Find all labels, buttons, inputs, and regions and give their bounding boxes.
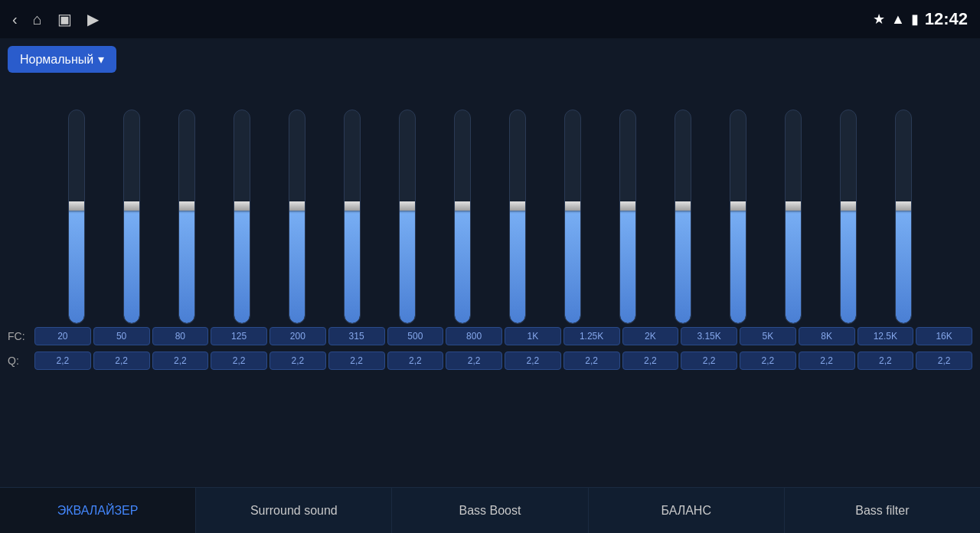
slider-fill-2	[179, 206, 194, 323]
fc-cell-3[interactable]: 125	[211, 327, 267, 345]
slider-col-12	[710, 110, 766, 324]
slider-track-7[interactable]	[454, 110, 471, 324]
eq-sliders-area	[8, 79, 972, 324]
slider-track-wrap-3	[225, 110, 259, 324]
fc-cell-10[interactable]: 2K	[622, 327, 679, 345]
slider-fill-3	[234, 206, 250, 323]
slider-fill-10	[620, 206, 635, 323]
q-cell-9[interactable]: 2,2	[564, 352, 620, 370]
q-cell-4[interactable]: 2,2	[270, 352, 326, 370]
q-cells: 2,22,22,22,22,22,22,22,22,22,22,22,22,22…	[34, 352, 972, 370]
fc-cell-14[interactable]: 12.5K	[858, 327, 914, 345]
slider-track-0[interactable]	[68, 110, 85, 324]
q-cell-0[interactable]: 2,2	[34, 352, 91, 370]
slider-thumb-12[interactable]	[730, 201, 746, 211]
q-cell-10[interactable]: 2,2	[622, 352, 679, 370]
fc-cell-7[interactable]: 800	[446, 327, 502, 345]
slider-thumb-2[interactable]	[178, 201, 195, 211]
fc-row: FC: 2050801252003155008001K1.25K2K3.15K5…	[8, 324, 972, 348]
slider-thumb-14[interactable]	[840, 201, 857, 211]
slider-col-10	[600, 110, 655, 324]
slider-track-3[interactable]	[234, 110, 250, 324]
play-icon[interactable]: ▶	[87, 10, 99, 28]
slider-track-10[interactable]	[619, 110, 636, 324]
q-cell-8[interactable]: 2,2	[505, 352, 561, 370]
q-cell-6[interactable]: 2,2	[387, 352, 444, 370]
window-icon[interactable]: ▣	[57, 10, 72, 28]
fc-cell-4[interactable]: 200	[270, 327, 326, 345]
fc-cell-0[interactable]: 20	[34, 327, 91, 345]
preset-label: Нормальный	[20, 53, 93, 67]
slider-track-6[interactable]	[399, 110, 416, 324]
slider-track-13[interactable]	[785, 110, 802, 324]
slider-thumb-8[interactable]	[509, 201, 526, 211]
slider-track-wrap-1	[115, 110, 149, 324]
fc-cell-11[interactable]: 3.15K	[681, 327, 737, 345]
fc-cell-13[interactable]: 8K	[799, 327, 855, 345]
fc-cell-9[interactable]: 1.25K	[564, 327, 620, 345]
slider-track-wrap-4	[280, 110, 314, 324]
fc-cell-6[interactable]: 500	[387, 327, 444, 345]
fc-cell-1[interactable]: 50	[93, 327, 150, 345]
preset-button[interactable]: Нормальный ▾	[8, 46, 116, 73]
slider-thumb-15[interactable]	[895, 201, 912, 211]
slider-thumb-5[interactable]	[344, 201, 361, 211]
q-cell-2[interactable]: 2,2	[152, 352, 209, 370]
tab-bass[interactable]: Bass Boost	[392, 488, 588, 533]
slider-thumb-7[interactable]	[454, 201, 471, 211]
q-cell-5[interactable]: 2,2	[328, 352, 385, 370]
slider-track-9[interactable]	[564, 110, 581, 324]
slider-fill-8	[510, 206, 525, 323]
fc-cell-8[interactable]: 1K	[505, 327, 561, 345]
q-cell-1[interactable]: 2,2	[93, 352, 150, 370]
slider-track-8[interactable]	[509, 110, 526, 324]
slider-thumb-1[interactable]	[123, 201, 140, 211]
slider-thumb-3[interactable]	[234, 201, 250, 211]
slider-fill-12	[730, 206, 746, 323]
slider-col-7	[435, 110, 490, 324]
q-cell-14[interactable]: 2,2	[858, 352, 914, 370]
fc-cell-5[interactable]: 315	[328, 327, 385, 345]
slider-track-wrap-13	[776, 110, 810, 324]
fc-cell-15[interactable]: 16K	[916, 327, 972, 345]
slider-track-4[interactable]	[289, 110, 305, 324]
slider-track-11[interactable]	[675, 110, 691, 324]
q-cell-12[interactable]: 2,2	[740, 352, 796, 370]
q-cell-11[interactable]: 2,2	[681, 352, 737, 370]
home-icon[interactable]: ⌂	[33, 11, 42, 28]
slider-thumb-4[interactable]	[289, 201, 305, 211]
slider-track-wrap-8	[501, 110, 534, 324]
tab-balance[interactable]: БАЛАНС	[589, 488, 785, 533]
q-cell-3[interactable]: 2,2	[211, 352, 267, 370]
slider-track-15[interactable]	[895, 110, 912, 324]
slider-track-1[interactable]	[123, 110, 140, 324]
slider-col-14	[821, 110, 876, 324]
back-icon[interactable]: ‹	[12, 11, 18, 28]
slider-fill-4	[289, 206, 305, 323]
fc-cell-12[interactable]: 5K	[740, 327, 796, 345]
slider-fill-0	[69, 206, 84, 323]
slider-track-12[interactable]	[730, 110, 746, 324]
tab-eq[interactable]: ЭКВАЛАЙЗЕР	[0, 488, 196, 533]
slider-thumb-9[interactable]	[564, 201, 581, 211]
slider-col-6	[380, 110, 435, 324]
slider-fill-5	[345, 206, 360, 323]
slider-thumb-6[interactable]	[399, 201, 416, 211]
q-cell-13[interactable]: 2,2	[799, 352, 855, 370]
q-cell-15[interactable]: 2,2	[916, 352, 972, 370]
slider-thumb-13[interactable]	[785, 201, 802, 211]
slider-fill-14	[841, 206, 856, 323]
slider-track-2[interactable]	[178, 110, 195, 324]
slider-thumb-10[interactable]	[619, 201, 636, 211]
slider-track-14[interactable]	[840, 110, 857, 324]
slider-fill-7	[455, 206, 470, 323]
fc-cells: 2050801252003155008001K1.25K2K3.15K5K8K1…	[34, 327, 972, 345]
slider-track-5[interactable]	[344, 110, 361, 324]
q-cell-7[interactable]: 2,2	[446, 352, 502, 370]
fc-cell-2[interactable]: 80	[152, 327, 209, 345]
slider-thumb-11[interactable]	[675, 201, 691, 211]
tab-surround[interactable]: Surround sound	[196, 488, 392, 533]
slider-thumb-0[interactable]	[68, 201, 85, 211]
tab-filter[interactable]: Bass filter	[785, 488, 980, 533]
wifi-icon: ▲	[891, 11, 905, 28]
